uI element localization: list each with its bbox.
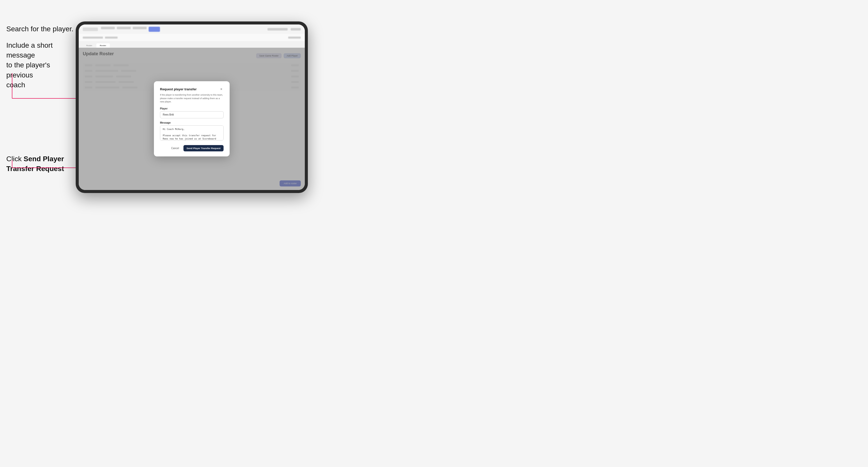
app-logo — [83, 28, 98, 31]
header-action — [288, 37, 301, 39]
nav-item-2 — [117, 27, 131, 29]
tablet-screen: Roster Roster Update Roster Save Game Ro… — [79, 25, 305, 190]
nav-item-active — [149, 27, 160, 32]
message-textarea[interactable]: Hi Coach McHarg, Please accept this tran… — [160, 125, 223, 141]
app-header — [79, 25, 305, 34]
annotation-area: Search for the player. Include a short m… — [0, 0, 76, 467]
modal-close-button[interactable]: × — [219, 87, 223, 91]
annotation-message: Include a short messageto the player's p… — [6, 40, 72, 90]
modal-dialog: Request player transfer × If the player … — [154, 81, 229, 156]
breadcrumb — [83, 37, 103, 39]
send-transfer-button[interactable]: Send Player Transfer Request — [183, 145, 223, 151]
tab-2-active: Roster — [96, 43, 110, 48]
app-tabs: Roster Roster — [79, 41, 305, 48]
breadcrumb-2 — [105, 37, 118, 39]
annotation-send: Click Send Player Transfer Request — [6, 154, 72, 174]
main-content: Update Roster Save Game Roster Add Playe… — [79, 48, 305, 190]
tab-1: Roster — [83, 43, 96, 48]
player-field-label: Player — [160, 107, 223, 110]
annotation-search: Search for the player. — [6, 24, 73, 34]
modal-overlay: Request player transfer × If the player … — [79, 48, 305, 190]
player-input[interactable] — [160, 111, 223, 118]
tablet-outer-frame: Roster Roster Update Roster Save Game Ro… — [76, 22, 308, 193]
message-field-label: Message — [160, 121, 223, 124]
nav-item-1 — [101, 27, 115, 29]
app-subheader — [79, 34, 305, 41]
tablet-device: Roster Roster Update Roster Save Game Ro… — [76, 22, 308, 193]
nav-right-2 — [291, 28, 301, 31]
nav-right — [268, 28, 288, 31]
tablet-inner: Roster Roster Update Roster Save Game Ro… — [79, 25, 305, 190]
modal-header: Request player transfer × — [160, 87, 223, 91]
modal-description: If the player is transferring from anoth… — [160, 93, 223, 104]
nav-item-3 — [133, 27, 147, 29]
modal-footer: Cancel Send Player Transfer Request — [160, 145, 223, 151]
cancel-button[interactable]: Cancel — [168, 145, 181, 151]
app-nav — [101, 27, 160, 32]
modal-title: Request player transfer — [160, 87, 196, 91]
